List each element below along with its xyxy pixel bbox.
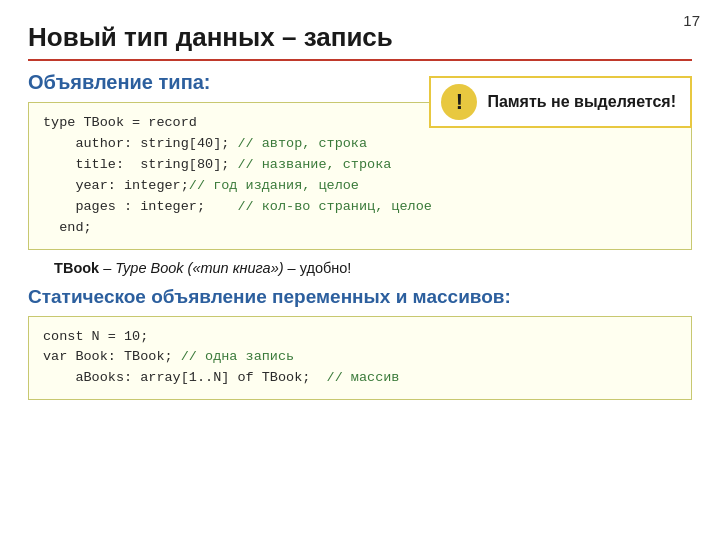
warning-icon: ! — [441, 84, 477, 120]
note-text: TBook – Type Book («тип книга») – удобно… — [46, 260, 692, 276]
code-line-5: pages : integer; // кол-во страниц, цело… — [43, 197, 677, 218]
code2-line-1: const N = 10; — [43, 327, 677, 348]
slide-number: 17 — [683, 12, 700, 29]
code-line-6: end; — [43, 218, 677, 239]
warning-text: Память не выделяется! — [487, 93, 676, 111]
code2-line-3: aBooks: array[1..N] of TBook; // массив — [43, 368, 677, 389]
slide: 17 Новый тип данных – запись Объявление … — [0, 0, 720, 540]
page-title: Новый тип данных – запись — [28, 22, 692, 61]
code-line-3: title: string[80]; // название, строка — [43, 155, 677, 176]
code-block-2: const N = 10; var Book: TBook; // одна з… — [28, 316, 692, 401]
warning-banner: ! Память не выделяется! — [429, 76, 692, 128]
code2-line-2: var Book: TBook; // одна запись — [43, 347, 677, 368]
code-line-2: author: string[40]; // автор, строка — [43, 134, 677, 155]
code-line-4: year: integer;// год издания, целое — [43, 176, 677, 197]
section2-label: Статическое объявление переменных и масс… — [28, 286, 692, 308]
